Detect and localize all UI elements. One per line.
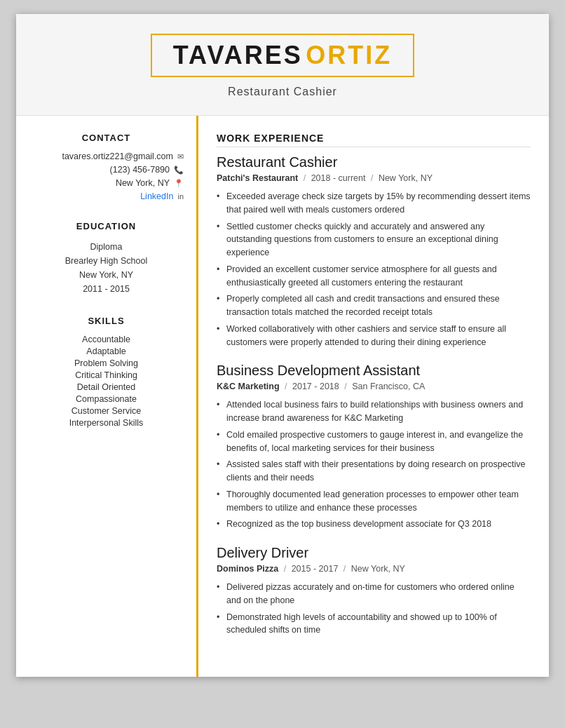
company-name: K&C Marketing (217, 382, 280, 391)
main-content: WORK EXPERIENCE Restaurant CashierPatchi… (198, 116, 549, 677)
skill-item: Customer Service (29, 406, 184, 416)
job-subtitle: Restaurant Cashier (30, 86, 535, 108)
bullet-item: Properly completed all cash and credit t… (217, 292, 531, 319)
bullet-list: Exceeded average check size targets by 1… (217, 190, 531, 349)
skill-item: Compassionate (29, 394, 184, 404)
bullet-item: Cold emailed prospective customers to ga… (217, 429, 531, 455)
phone-item: (123) 456-7890 📞 (29, 165, 184, 175)
edu-school: Brearley High School (29, 254, 184, 268)
location-item: New York, NY 📍 (29, 178, 184, 188)
skill-item: Problem Solving (29, 358, 184, 368)
email-text: tavares.ortiz221@gmail.com (62, 151, 173, 161)
skills-title: SKILLS (29, 316, 184, 326)
edu-years: 2011 - 2015 (29, 282, 184, 296)
bullet-item: Delivered pizzas accurately and on-time … (217, 581, 531, 607)
bullet-list: Attended local business fairs to build r… (217, 398, 531, 531)
body-layout: CONTACT tavares.ortiz221@gmail.com ✉ (12… (16, 116, 549, 677)
bullet-item: Recognized as the top business developme… (217, 518, 531, 531)
edu-location: New York, NY (29, 268, 184, 282)
resume-header: TAVARES ORTIZ Restaurant Cashier (16, 14, 549, 116)
work-experience-title: WORK EXPERIENCE (217, 133, 531, 147)
separator: / (281, 564, 288, 574)
bullet-item: Settled customer checks quickly and accu… (217, 220, 531, 259)
linkedin-item[interactable]: LinkedIn in (29, 191, 184, 201)
job-meta: Dominos Pizza / 2015 - 2017 / New York, … (217, 564, 531, 574)
location-icon: 📍 (174, 179, 184, 188)
job-location: New York, NY (351, 564, 405, 574)
skill-item: Critical Thinking (29, 370, 184, 380)
skill-item: Interpersonal Skills (29, 418, 184, 428)
email-icon: ✉ (177, 152, 184, 161)
bullet-item: Exceeded average check size targets by 1… (217, 190, 531, 217)
skills-list: AccountableAdaptableProblem SolvingCriti… (29, 335, 184, 428)
separator: / (282, 382, 290, 391)
first-name: TAVARES (173, 41, 303, 69)
skill-item: Adaptable (29, 346, 184, 356)
job-years: 2015 - 2017 (292, 564, 339, 574)
job-meta: Patchi's Restaurant / 2018 - current / N… (217, 173, 531, 183)
skill-item: Detail Oriented (29, 382, 184, 392)
location-text: New York, NY (116, 178, 170, 188)
phone-text: (123) 456-7890 (110, 165, 170, 175)
edu-degree: Diploma (29, 240, 184, 254)
work-entry: Restaurant CashierPatchi's Restaurant / … (217, 154, 531, 349)
linkedin-icon: in (177, 192, 184, 201)
separator: / (301, 173, 308, 183)
work-entry: Business Development AssistantK&C Market… (217, 363, 531, 531)
company-name: Dominos Pizza (217, 564, 278, 574)
job-meta: K&C Marketing / 2017 - 2018 / San Franci… (217, 382, 531, 391)
job-title: Business Development Assistant (217, 363, 531, 379)
separator: / (342, 382, 349, 391)
education-section: EDUCATION Diploma Brearley High School N… (29, 221, 184, 296)
education-block: Diploma Brearley High School New York, N… (29, 240, 184, 296)
job-title: Restaurant Cashier (217, 154, 531, 170)
phone-icon: 📞 (174, 166, 184, 175)
job-years: 2017 - 2018 (292, 382, 339, 391)
skills-section: SKILLS AccountableAdaptableProblem Solvi… (29, 316, 184, 428)
job-title: Delivery Driver (217, 545, 531, 561)
job-years: 2018 - current (311, 173, 366, 183)
skill-item: Accountable (29, 335, 184, 344)
last-name: ORTIZ (306, 41, 392, 69)
contact-section: CONTACT tavares.ortiz221@gmail.com ✉ (12… (29, 133, 184, 201)
work-entry: Delivery DriverDominos Pizza / 2015 - 20… (217, 545, 531, 637)
bullet-list: Delivered pizzas accurately and on-time … (217, 581, 531, 637)
job-location: New York, NY (379, 173, 433, 183)
linkedin-link[interactable]: LinkedIn (140, 191, 173, 201)
bullet-item: Worked collaboratively with other cashie… (217, 323, 531, 349)
name-box: TAVARES ORTIZ (151, 34, 414, 77)
bullet-item: Demonstrated high levels of accountabili… (217, 611, 531, 638)
separator: / (368, 173, 375, 183)
bullet-item: Provided an excellent customer service a… (217, 263, 531, 290)
separator: / (341, 564, 348, 574)
email-item: tavares.ortiz221@gmail.com ✉ (29, 151, 184, 161)
resume-document: TAVARES ORTIZ Restaurant Cashier CONTACT… (16, 14, 549, 677)
jobs-container: Restaurant CashierPatchi's Restaurant / … (217, 154, 531, 637)
job-location: San Francisco, CA (352, 382, 425, 391)
bullet-item: Attended local business fairs to build r… (217, 398, 531, 425)
bullet-item: Thoroughly documented lead generation pr… (217, 488, 531, 515)
sidebar: CONTACT tavares.ortiz221@gmail.com ✉ (12… (16, 116, 198, 677)
contact-title: CONTACT (29, 133, 184, 143)
company-name: Patchi's Restaurant (217, 173, 298, 183)
bullet-item: Assisted sales staff with their presenta… (217, 458, 531, 485)
education-title: EDUCATION (29, 221, 184, 231)
